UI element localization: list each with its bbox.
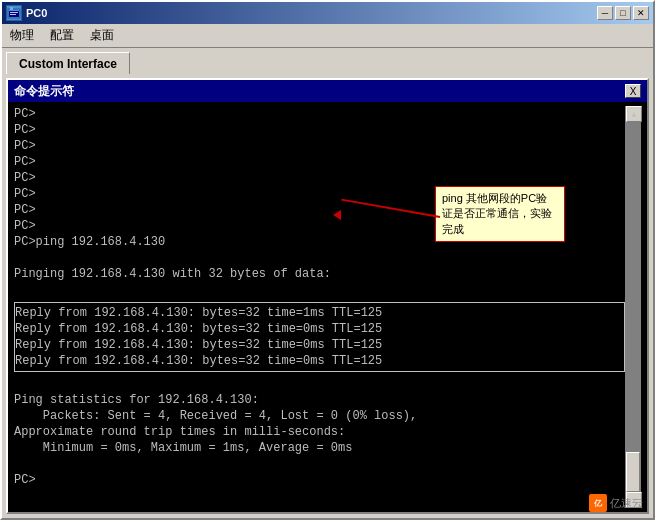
reply-line-2: Reply from 192.168.4.130: bytes=32 time=… [15, 321, 624, 337]
cmd-title-text: 命令提示符 [14, 83, 74, 100]
arrow-head [333, 210, 341, 220]
cmd-line-4: PC> [14, 154, 625, 170]
stats-blank2 [14, 456, 625, 472]
reply-line-1: Reply from 192.168.4.130: bytes=32 time=… [15, 305, 624, 321]
stats-rtt-values: Minimum = 0ms, Maximum = 1ms, Average = … [14, 440, 625, 456]
tab-custom-interface[interactable]: Custom Interface [6, 52, 130, 74]
cmd-body: PC> PC> PC> PC> PC> PC> PC> PC> PC>ping … [8, 102, 647, 512]
cmd-line-1: PC> [14, 106, 625, 122]
cmd-prompt-final: PC> [14, 472, 625, 488]
minimize-button[interactable]: ─ [597, 6, 613, 20]
main-window: PC0 ─ □ ✕ 物理 配置 桌面 Custom Interface 命令提示… [0, 0, 655, 520]
svg-rect-4 [10, 14, 16, 15]
window-icon [6, 5, 22, 21]
cmd-text-area[interactable]: PC> PC> PC> PC> PC> PC> PC> PC> PC>ping … [14, 106, 625, 508]
scrollbar-track[interactable] [626, 122, 641, 492]
menu-bar: 物理 配置 桌面 [2, 24, 653, 48]
watermark: 亿 亿速云 [589, 494, 643, 512]
svg-rect-1 [10, 7, 13, 10]
svg-rect-3 [10, 12, 18, 13]
cmd-blank-1 [14, 250, 625, 266]
menu-item-config[interactable]: 配置 [42, 24, 82, 47]
scrollbar-thumb[interactable] [626, 452, 640, 492]
title-bar-left: PC0 [6, 5, 47, 21]
watermark-logo: 亿 亿速云 [589, 494, 643, 512]
logo-icon: 亿 [589, 494, 607, 512]
reply-line-3: Reply from 192.168.4.130: bytes=32 time=… [15, 337, 624, 353]
cmd-window: 命令提示符 X PC> PC> PC> PC> PC> PC> PC> PC> … [6, 78, 649, 514]
cmd-scrollbar: ▲ ▼ [625, 106, 641, 508]
stats-rtt-label: Approximate round trip times in milli-se… [14, 424, 625, 440]
annotation: ping 其他网段的PC验证是否正常通信，实验完成 [435, 186, 565, 242]
menu-item-physics[interactable]: 物理 [2, 24, 42, 47]
stats-blank [14, 376, 625, 392]
title-bar: PC0 ─ □ ✕ [2, 2, 653, 24]
reply-box: Reply from 192.168.4.130: bytes=32 time=… [14, 302, 625, 372]
cmd-title-bar: 命令提示符 X [8, 80, 647, 102]
title-bar-buttons: ─ □ ✕ [597, 6, 649, 20]
window-title: PC0 [26, 7, 47, 19]
maximize-button[interactable]: □ [615, 6, 631, 20]
cmd-line-5: PC> [14, 170, 625, 186]
brand-name: 亿速云 [610, 496, 643, 511]
stats-packets: Packets: Sent = 4, Received = 4, Lost = … [14, 408, 625, 424]
scrollbar-up-button[interactable]: ▲ [626, 106, 642, 122]
content-area: 命令提示符 X PC> PC> PC> PC> PC> PC> PC> PC> … [2, 74, 653, 518]
stats-header: Ping statistics for 192.168.4.130: [14, 392, 625, 408]
cmd-line-3: PC> [14, 138, 625, 154]
cmd-blank-2 [14, 282, 625, 298]
reply-line-4: Reply from 192.168.4.130: bytes=32 time=… [15, 353, 624, 369]
cmd-line-2: PC> [14, 122, 625, 138]
tab-bar: Custom Interface [2, 48, 653, 74]
close-button[interactable]: ✕ [633, 6, 649, 20]
cmd-pinging-line: Pinging 192.168.4.130 with 32 bytes of d… [14, 266, 625, 282]
cmd-close-button[interactable]: X [625, 84, 641, 98]
menu-item-desktop[interactable]: 桌面 [82, 24, 122, 47]
annotation-box: ping 其他网段的PC验证是否正常通信，实验完成 [435, 186, 565, 242]
